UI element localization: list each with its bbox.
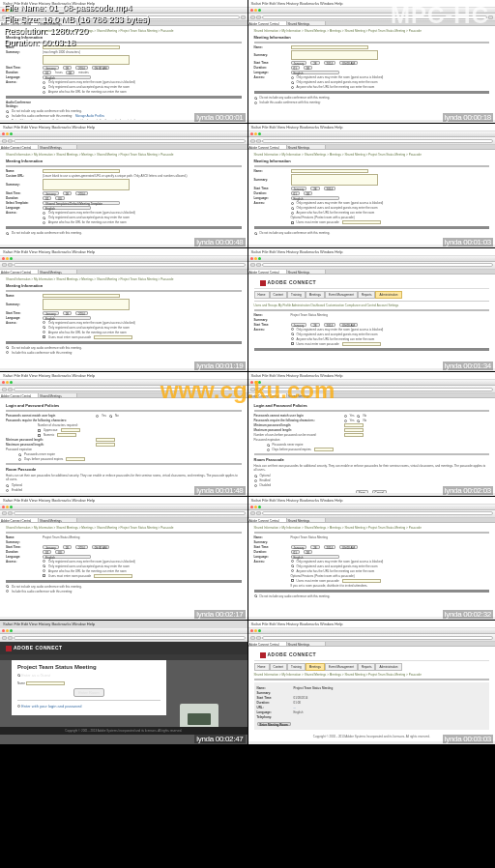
browser-tab[interactable]: Shared Meetings	[287, 270, 326, 274]
manage-audio-link[interactable]: Manage Audio Profiles	[75, 114, 104, 118]
topnav-tab[interactable]: Content	[270, 291, 288, 299]
access-radio-2[interactable]	[43, 217, 45, 219]
year-select[interactable]: 2014	[75, 545, 88, 549]
min-input[interactable]	[96, 438, 115, 442]
access-radio-3[interactable]	[43, 91, 45, 94]
opt-radio-3[interactable]	[254, 484, 257, 487]
yes-radio[interactable]	[96, 415, 99, 418]
browser-tab[interactable]: Shared Meetings	[39, 393, 77, 397]
browser-tab[interactable]: Shared Meetings	[39, 145, 77, 149]
browser-tab[interactable]: Adobe Connect Central	[0, 270, 39, 274]
browser-tab[interactable]: Adobe Connect Central	[248, 21, 287, 25]
language-select[interactable]: English	[43, 206, 91, 210]
browser-tab[interactable]: Adobe Connect Central	[0, 145, 39, 149]
passcode-checkbox[interactable]	[43, 574, 45, 577]
access-radio-1[interactable]	[43, 321, 45, 324]
yes-radio[interactable]	[344, 420, 347, 422]
dur-m-select[interactable]: 00	[304, 550, 312, 554]
dur-h-select[interactable]: 01	[291, 191, 300, 195]
no-radio[interactable]	[357, 415, 360, 418]
reuse-input[interactable]	[344, 433, 364, 437]
browser-tab[interactable]: Adobe Connect Central	[248, 518, 287, 522]
language-select[interactable]: English	[43, 75, 91, 79]
audio-radio-1[interactable]	[6, 110, 9, 113]
audio-radio-2[interactable]	[254, 101, 257, 104]
time-select[interactable]: 09:00 AM	[339, 545, 358, 549]
dur-h-select[interactable]: 01	[291, 66, 300, 70]
exp-radio-1[interactable]	[267, 444, 270, 447]
access-radio-3[interactable]	[291, 86, 294, 89]
time-select[interactable]: 09:00 AM	[92, 545, 110, 549]
browser-tab[interactable]: Shared Meetings	[39, 518, 77, 522]
dur-h-select[interactable]: 01	[43, 71, 51, 74]
access-radio-1[interactable]	[43, 212, 45, 215]
opt-radio-2[interactable]	[6, 489, 9, 492]
enter-room-button[interactable]: Enter Room	[73, 688, 103, 697]
dur-m-select[interactable]: 00	[55, 196, 64, 200]
summary-textarea[interactable]	[291, 50, 378, 60]
audio-radio-2[interactable]	[6, 351, 9, 354]
passcode-checkbox[interactable]	[291, 221, 294, 224]
passcode-input[interactable]	[342, 342, 381, 346]
dur-m-select[interactable]: 00	[304, 66, 312, 70]
upper-count-input[interactable]	[61, 428, 80, 432]
passcode-input[interactable]	[342, 220, 381, 224]
access-radio-3[interactable]	[43, 221, 45, 224]
browser-tab[interactable]: Shared Meetings	[287, 393, 326, 397]
guest-radio[interactable]	[17, 674, 20, 677]
time-select[interactable]: 09:00 AM	[339, 323, 358, 327]
topnav-tab[interactable]: Event Management	[325, 663, 358, 671]
access-radio-3[interactable]	[291, 569, 294, 572]
month-select[interactable]: January	[43, 545, 59, 549]
time-select[interactable]: 09:00 AM	[92, 66, 110, 70]
exp-radio-2[interactable]	[18, 458, 21, 461]
upper-checkbox[interactable]	[38, 429, 41, 432]
login-radio[interactable]	[17, 705, 20, 708]
browser-tab[interactable]: Adobe Connect Central	[0, 518, 39, 522]
audio-radio-1[interactable]	[254, 232, 257, 235]
exp-days-input[interactable]	[314, 448, 334, 451]
audio-radio-1[interactable]	[254, 97, 257, 100]
month-select[interactable]: January	[291, 545, 307, 549]
topnav-tab-active[interactable]: Administration	[375, 291, 401, 299]
topnav-tab[interactable]: Reports	[358, 291, 376, 299]
audio-radio-2[interactable]	[6, 590, 9, 593]
max-input[interactable]	[344, 428, 364, 432]
year-select[interactable]: 2014	[324, 323, 336, 327]
dur-m-select[interactable]: 00	[55, 550, 64, 554]
numeric-checkbox[interactable]	[38, 434, 41, 437]
summary-textarea[interactable]	[291, 174, 378, 186]
access-radio-3[interactable]	[43, 569, 45, 572]
language-select[interactable]: English	[291, 196, 339, 200]
info-url-link[interactable]: ...	[294, 706, 297, 709]
access-radio-1[interactable]	[291, 202, 294, 205]
opt-radio-1[interactable]	[254, 475, 257, 477]
access-radio-1[interactable]	[291, 560, 294, 563]
access-radio-3[interactable]	[43, 331, 45, 333]
month-select[interactable]: January	[43, 66, 59, 70]
topnav-tab[interactable]: Meetings	[306, 291, 325, 299]
browser-tab[interactable]: Adobe Connect Central	[248, 270, 287, 274]
summary-textarea[interactable]	[43, 55, 130, 65]
topnav-tab[interactable]: Event Management	[325, 291, 358, 299]
login-link[interactable]: Enter with your login and password	[21, 704, 81, 709]
browser-tab[interactable]: Shared Meetings	[287, 145, 326, 149]
guest-name-input[interactable]	[26, 681, 65, 685]
numeric-count-input[interactable]	[57, 433, 76, 437]
topnav-tab[interactable]: Training	[287, 663, 306, 671]
access-radio-1[interactable]	[291, 76, 294, 79]
access-radio-2[interactable]	[291, 564, 294, 567]
day-select[interactable]: 28	[310, 187, 319, 190]
access-radio-3[interactable]	[291, 337, 294, 340]
browser-tab[interactable]: Adobe Connect Central	[248, 642, 287, 646]
month-select[interactable]: January	[291, 323, 307, 327]
cancel-button[interactable]: Cancel	[372, 490, 387, 492]
access-radio-2[interactable]	[291, 333, 294, 335]
template-select[interactable]: Shared Templates/Default Meeting Templat…	[43, 201, 120, 205]
passcode-input[interactable]	[342, 579, 381, 583]
language-select[interactable]: English	[291, 71, 339, 74]
browser-tab[interactable]: Shared Meetings	[39, 270, 77, 274]
audio-radio-1[interactable]	[254, 594, 257, 597]
year-select[interactable]: 2014	[324, 61, 336, 65]
audio-radio-2[interactable]	[6, 115, 9, 118]
